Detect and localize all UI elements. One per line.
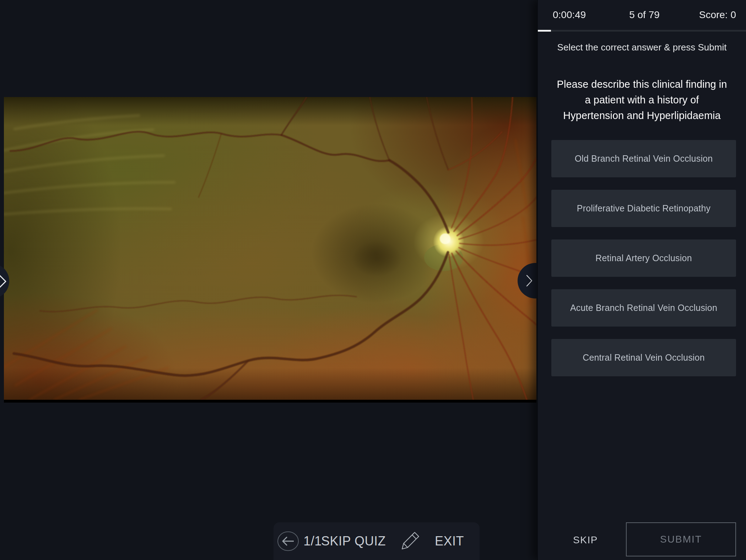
arrow-left-circle-icon[interactable] — [277, 531, 299, 552]
skip-quiz-button[interactable]: SKIP QUIZ — [320, 522, 386, 560]
chevron-right-icon — [0, 274, 7, 289]
question-line: Please describe this clinical finding in — [538, 76, 746, 92]
progress-bar-fill — [538, 30, 551, 32]
question-line: a patient with a history of — [538, 92, 746, 108]
answer-option-2[interactable]: Proliferative Diabetic Retinopathy — [551, 190, 736, 227]
submit-button[interactable]: SUBMIT — [626, 522, 736, 556]
timer: 0:00:49 — [553, 9, 614, 21]
quiz-app: 1/1 SKIP QUIZ EXIT 0:00:49 5 of 79 Score… — [0, 0, 746, 560]
chevron-right-icon — [526, 275, 533, 287]
pencil-icon[interactable] — [399, 530, 421, 553]
progress-bar — [538, 30, 746, 32]
answer-option-5[interactable]: Central Retinal Vein Occlusion — [551, 339, 736, 376]
answer-option-4[interactable]: Acute Branch Retinal Vein Occlusion — [551, 289, 736, 327]
image-viewer: 1/1 SKIP QUIZ EXIT — [0, 0, 537, 560]
question-line: Hypertension and Hyperlipidaemia — [538, 108, 746, 123]
exit-button[interactable]: EXIT — [430, 522, 469, 560]
quiz-header: 0:00:49 5 of 79 Score: 0 — [538, 0, 746, 30]
viewer-toolbar: 1/1 SKIP QUIZ EXIT — [274, 522, 480, 560]
skip-button[interactable]: SKIP — [568, 531, 603, 549]
quiz-sidebar: 0:00:49 5 of 79 Score: 0 Select the corr… — [537, 0, 746, 560]
answer-option-3[interactable]: Retinal Artery Occlusion — [551, 239, 736, 277]
question-position: 5 of 79 — [614, 9, 675, 21]
answer-option-1[interactable]: Old Branch Retinal Vein Occlusion — [551, 140, 736, 177]
retina-image — [4, 97, 536, 400]
question-text: Please describe this clinical finding in… — [538, 76, 746, 123]
instruction-text: Select the correct answer & press Submit — [538, 39, 746, 55]
score-label: Score: 0 — [675, 9, 736, 21]
fundus-photo — [4, 97, 536, 403]
